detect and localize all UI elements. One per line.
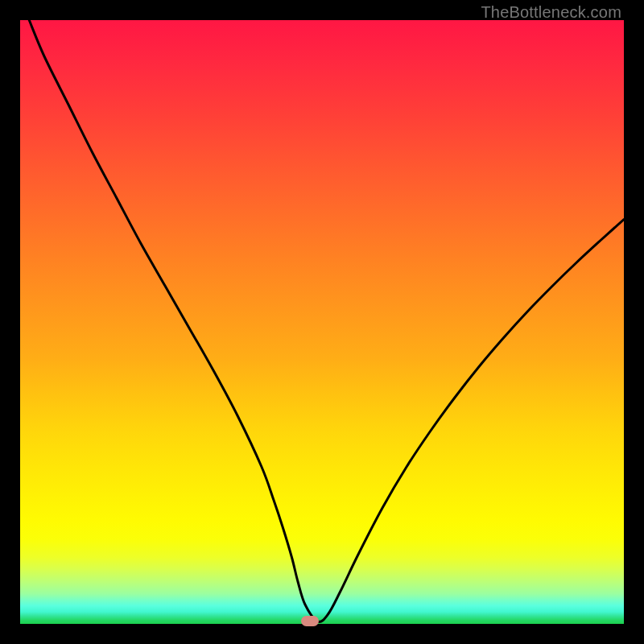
- watermark-label: TheBottleneck.com: [481, 3, 621, 22]
- chart-frame: TheBottleneck.com: [0, 0, 644, 644]
- optimal-marker: [301, 616, 319, 626]
- bottleneck-curve: [20, 20, 624, 624]
- plot-area: [20, 20, 624, 624]
